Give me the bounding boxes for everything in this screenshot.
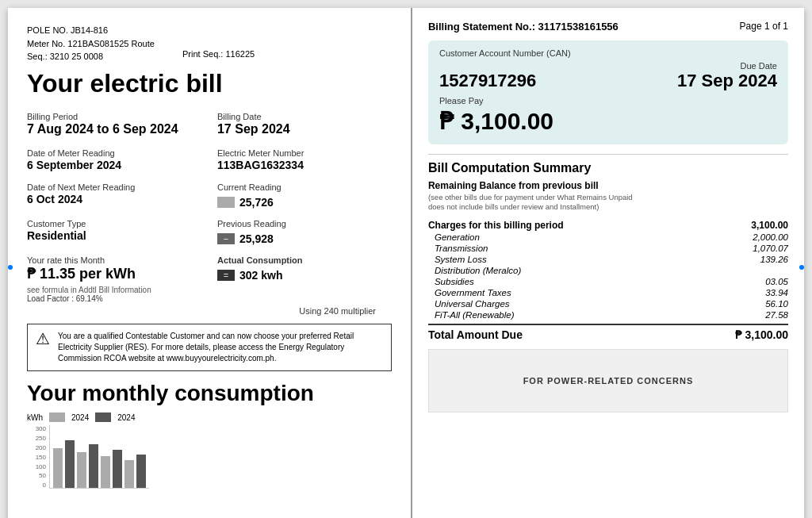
line-item-label: Distribution (Meralco) [435, 266, 521, 275]
pay-amount: ₱ 3,100.00 [439, 107, 777, 135]
total-label: Total Amount Due [428, 328, 523, 341]
customer-type-value: Residential [27, 228, 201, 243]
line-item-amount: 139.26 [760, 255, 788, 264]
date-reading-value: 6 September 2024 [27, 158, 201, 172]
reading-grid-3: Customer Type Residential Previous Readi… [27, 214, 392, 246]
billing-period-value: 7 Aug 2024 to 6 Sep 2024 [27, 121, 201, 138]
previous-reading-value: 25,928 [239, 232, 274, 246]
rate-value: ₱ 11.35 per kWh [27, 265, 201, 282]
line-item: Generation2,000.00 [428, 232, 788, 243]
please-pay-label: Please Pay [439, 96, 777, 106]
left-panel: POLE NO. JB14-816 Meter No. 121BAS081525… [8, 8, 412, 518]
billing-date-value: 17 Sep 2024 [217, 121, 392, 138]
electric-meter-label: Electric Meter Number [217, 148, 392, 158]
remaining-balance-note: (see other bills due for payment under W… [428, 193, 788, 213]
line-item: Transmission1,070.07 [428, 243, 788, 254]
bar-3 [77, 452, 86, 488]
billing-top-grid: Billing Period 7 Aug 2024 to 6 Sep 2024 … [27, 107, 392, 138]
meter-no: Meter No. 121BAS081525 Route [27, 37, 392, 51]
reading-grid-4: Your rate this Month ₱ 11.35 per kWh Act… [27, 251, 392, 282]
previous-reading-row: − 25,928 [217, 232, 392, 246]
actual-consumption-col: Actual Consumption = 302 kwh [217, 251, 392, 282]
portrait-box: FOR POWER-RELATED CONCERNS [428, 349, 788, 412]
charges-label: Charges for this billing period [428, 220, 564, 231]
chart-unit: kWh [27, 413, 43, 422]
current-reading-row: 25,726 [217, 195, 392, 209]
next-reading-value: 6 Oct 2024 [27, 192, 201, 206]
can-box: Customer Account Number (CAN) 1527917296… [428, 40, 788, 144]
billing-header: Billing Statement No.: 31171538161556 Pa… [428, 21, 788, 33]
bar-2 [65, 440, 75, 488]
bar-7 [124, 460, 134, 488]
line-item-label: Universal Charges [435, 299, 510, 309]
can-label: Customer Account Number (CAN) [439, 48, 777, 58]
y-axis: 300 250 200 150 100 50 0 [27, 425, 49, 489]
next-reading-label: Date of Next Meter Reading [27, 182, 201, 192]
can-row: 1527917296 Due Date 17 Sep 2024 [439, 61, 777, 91]
chart-year1: 2024 [71, 413, 89, 422]
line-item-amount: 03.05 [765, 277, 788, 286]
line-item: System Loss139.26 [428, 254, 788, 265]
notice-text: You are a qualified Contestable Customer… [58, 331, 383, 364]
actual-consumption-row: = 302 kwh [217, 268, 392, 282]
line-item: Subsidies03.05 [428, 276, 788, 287]
line-items-container: Generation2,000.00Transmission1,070.07Sy… [428, 232, 788, 320]
current-reading-col: Current Reading 25,726 [217, 178, 392, 209]
bar-6 [113, 450, 122, 488]
rate-label: Your rate this Month [27, 255, 201, 265]
bar-1 [53, 448, 63, 488]
billing-date-col: Billing Date 17 Sep 2024 [217, 107, 392, 138]
billing-period-col: Billing Period 7 Aug 2024 to 6 Sep 2024 [27, 107, 201, 138]
multiplier-note: Using 240 multiplier [27, 306, 376, 316]
date-reading-label: Date of Meter Reading [27, 148, 201, 158]
warning-icon: ⚠ [36, 331, 50, 347]
bar-4 [89, 444, 98, 488]
current-reading-value: 25,726 [239, 195, 274, 209]
charges-for-period: Charges for this billing period 3,100.00 [428, 219, 788, 232]
previous-reading-label: Previous Reading [217, 219, 392, 228]
bar-8 [136, 455, 146, 488]
chart-container: 300 250 200 150 100 50 0 [27, 425, 392, 489]
line-item: FiT-All (Renewable)27.58 [428, 309, 788, 320]
pole-no: POLE NO. JB14-816 [27, 24, 392, 37]
electric-meter-col: Electric Meter Number 113BAG1632334 [217, 144, 392, 172]
current-reading-indicator [217, 197, 235, 208]
electric-meter-value: 113BAG1632334 [217, 158, 392, 172]
reading-grid-1: Date of Meter Reading 6 September 2024 E… [27, 144, 392, 172]
print-seq: Print Seq.: 116225 [182, 49, 255, 59]
load-factor: Load Factor : 69.14% [27, 294, 392, 303]
minus-indicator: − [217, 233, 235, 244]
monthly-title: Your monthly consumption [27, 381, 392, 406]
line-item: Distribution (Meralco) [428, 265, 788, 276]
reading-grid-2: Date of Next Meter Reading 6 Oct 2024 Cu… [27, 178, 392, 209]
main-title: Your electric bill [27, 70, 392, 98]
billing-period-label: Billing Period [27, 112, 201, 121]
chart-labels: kWh 2024 2024 [27, 412, 392, 422]
next-reading-col: Date of Next Meter Reading 6 Oct 2024 [27, 178, 201, 209]
customer-type-label: Customer Type [27, 219, 201, 228]
line-item-amount: 27.58 [765, 310, 788, 320]
line-item-label: Generation [435, 232, 480, 242]
right-marker [799, 265, 804, 270]
portrait-caption: FOR POWER-RELATED CONCERNS [523, 376, 694, 386]
due-date-col: Due Date 17 Sep 2024 [677, 61, 777, 91]
line-item-amount: 2,000.00 [753, 232, 788, 242]
page-container: POLE NO. JB14-816 Meter No. 121BAS081525… [8, 8, 804, 518]
line-item-label: Subsidies [435, 277, 474, 286]
total-amount: ₱ 3,100.00 [735, 328, 788, 341]
line-item-amount: 56.10 [765, 299, 788, 309]
line-item-label: Government Taxes [435, 288, 511, 297]
current-reading-label: Current Reading [217, 182, 392, 192]
formula-hint: see formula in Addtl Bill Information [27, 286, 392, 294]
page-number: Page 1 of 1 [740, 21, 788, 33]
previous-reading-col: Previous Reading − 25,928 [217, 214, 392, 246]
left-marker [8, 265, 13, 270]
legend-box-1 [49, 412, 65, 422]
legend-box-2 [95, 412, 111, 422]
equals-indicator: = [217, 270, 235, 281]
line-item-label: FiT-All (Renewable) [435, 310, 515, 320]
line-item-amount: 1,070.07 [753, 244, 788, 253]
line-item-label: System Loss [435, 255, 487, 264]
chart-bars [49, 425, 149, 489]
notice-box: ⚠ You are a qualified Contestable Custom… [27, 324, 392, 371]
